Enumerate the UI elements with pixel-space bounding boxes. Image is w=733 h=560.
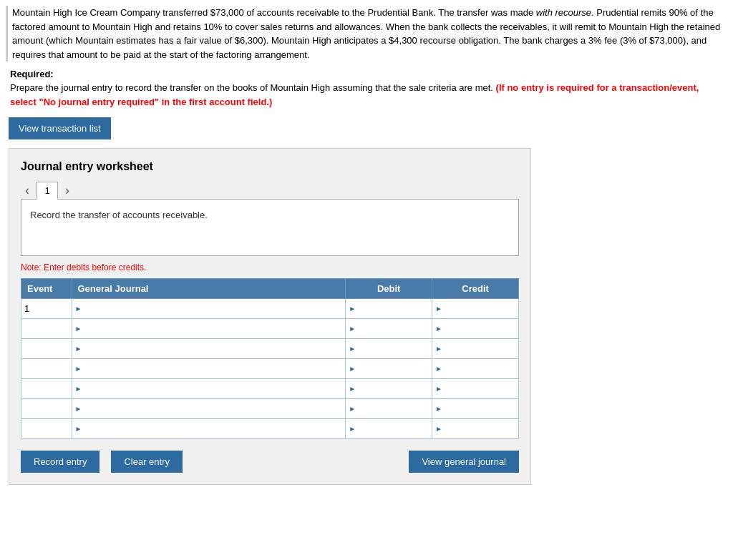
event-cell: [21, 359, 72, 379]
debit-cell[interactable]: ►: [346, 359, 432, 379]
debit-input[interactable]: [357, 382, 429, 396]
debit-input[interactable]: [357, 342, 429, 355]
required-label: Required:: [10, 69, 727, 79]
next-tab-button[interactable]: ›: [61, 182, 74, 200]
col-event: Event: [21, 279, 72, 299]
debit-input[interactable]: [357, 422, 429, 436]
view-general-journal-button[interactable]: View general journal: [409, 451, 519, 473]
col-general-journal: General Journal: [72, 279, 346, 299]
event-cell: [21, 379, 72, 399]
journal-cell[interactable]: ►: [72, 359, 346, 379]
table-row: ► ► ►: [21, 379, 519, 399]
journal-cell[interactable]: ►: [72, 399, 346, 419]
journal-cell[interactable]: ►: [72, 299, 346, 319]
required-section: Required: Prepare the journal entry to r…: [6, 69, 727, 109]
debit-cell[interactable]: ►: [346, 379, 432, 399]
debit-cell[interactable]: ►: [346, 399, 432, 419]
credit-cell[interactable]: ►: [432, 339, 519, 359]
credit-input[interactable]: [444, 382, 515, 396]
journal-cell[interactable]: ►: [72, 319, 346, 339]
bottom-buttons: Record entry Clear entry View general jo…: [21, 451, 519, 473]
journal-input[interactable]: [83, 342, 342, 355]
credit-input[interactable]: [444, 362, 515, 375]
table-row: ► ► ►: [21, 339, 519, 359]
journal-input[interactable]: [83, 402, 342, 416]
debit-cell[interactable]: ►: [346, 339, 432, 359]
credit-input[interactable]: [444, 402, 515, 416]
tab-1[interactable]: 1: [37, 182, 58, 200]
worksheet-title: Journal entry worksheet: [21, 160, 519, 173]
tab-content: Record the transfer of accounts receivab…: [21, 199, 519, 256]
event-cell: [21, 339, 72, 359]
record-entry-button[interactable]: Record entry: [21, 451, 99, 473]
col-debit: Debit: [346, 279, 432, 299]
tab-navigation: ‹ 1 ›: [21, 182, 519, 200]
event-cell: [21, 399, 72, 419]
debit-cell[interactable]: ►: [346, 419, 432, 439]
debit-input[interactable]: [357, 302, 429, 315]
table-row: ► ► ►: [21, 399, 519, 419]
credit-cell[interactable]: ►: [432, 399, 519, 419]
credit-cell[interactable]: ►: [432, 359, 519, 379]
journal-cell[interactable]: ►: [72, 419, 346, 439]
debit-cell[interactable]: ►: [346, 299, 432, 319]
debit-input[interactable]: [357, 362, 429, 375]
journal-entry-worksheet: Journal entry worksheet ‹ 1 › Record the…: [9, 148, 531, 485]
journal-table: Event General Journal Debit Credit 1 ► ►…: [21, 278, 519, 439]
table-row: ► ► ►: [21, 319, 519, 339]
event-cell: [21, 319, 72, 339]
note-text: Note: Enter debits before credits.: [21, 262, 519, 272]
credit-cell[interactable]: ►: [432, 299, 519, 319]
required-instruction: Prepare the journal entry to record the …: [10, 82, 493, 93]
credit-cell[interactable]: ►: [432, 319, 519, 339]
table-row: 1 ► ► ►: [21, 299, 519, 319]
table-row: ► ► ►: [21, 419, 519, 439]
credit-input[interactable]: [444, 342, 515, 355]
event-cell: [21, 419, 72, 439]
prev-tab-button[interactable]: ‹: [21, 182, 34, 200]
debit-cell[interactable]: ►: [346, 319, 432, 339]
journal-input[interactable]: [83, 422, 342, 436]
required-text: Prepare the journal entry to record the …: [10, 81, 727, 109]
journal-cell[interactable]: ►: [72, 379, 346, 399]
debit-input[interactable]: [357, 322, 429, 335]
credit-input[interactable]: [444, 322, 515, 335]
credit-cell[interactable]: ►: [432, 419, 519, 439]
event-cell: 1: [21, 299, 72, 319]
journal-input[interactable]: [83, 302, 342, 315]
credit-cell[interactable]: ►: [432, 379, 519, 399]
tab-description: Record the transfer of accounts receivab…: [30, 210, 208, 220]
journal-input[interactable]: [83, 362, 342, 375]
view-transaction-list-button[interactable]: View transaction list: [9, 117, 111, 139]
debit-input[interactable]: [357, 402, 429, 416]
journal-cell[interactable]: ►: [72, 339, 346, 359]
table-row: ► ► ►: [21, 359, 519, 379]
col-credit: Credit: [432, 279, 519, 299]
problem-description: Mountain High Ice Cream Company transfer…: [6, 6, 727, 62]
journal-input[interactable]: [83, 322, 342, 335]
clear-entry-button[interactable]: Clear entry: [111, 451, 183, 473]
credit-input[interactable]: [444, 422, 515, 436]
problem-text-paragraph: Mountain High Ice Cream Company transfer…: [12, 6, 727, 62]
journal-input[interactable]: [83, 382, 342, 396]
credit-input[interactable]: [444, 302, 515, 315]
